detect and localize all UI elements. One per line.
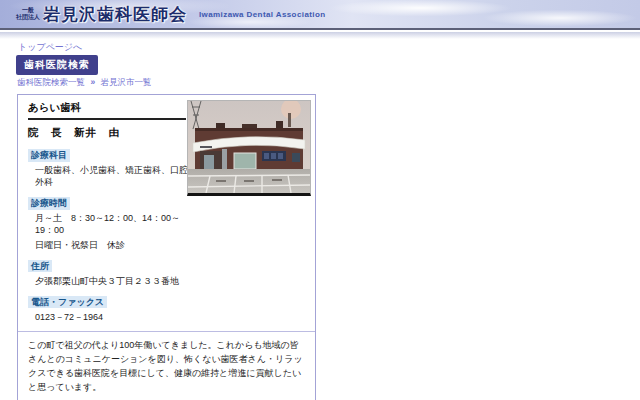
field-label-hours: 診療時間	[28, 197, 70, 210]
field-value-phone: 0123－72－1964	[35, 311, 190, 323]
field-value-hours-weekday: 月～土 8：30～12：00、14：00～19：00	[35, 212, 190, 236]
field-label-address: 住所	[28, 260, 52, 273]
breadcrumb-link-search-list[interactable]: 歯科医院検索一覧	[17, 77, 85, 87]
field-address: 住所 夕張郡栗山町中央３丁目２３３番地	[28, 255, 190, 287]
site-title-english: Iwamizawa Dental Association	[199, 10, 326, 19]
field-hours: 診療時間 月～土 8：30～12：00、14：00～19：00 日曜日・祝祭日 …	[28, 192, 190, 250]
director-label: 院 長	[28, 126, 63, 138]
field-value-address: 夕張郡栗山町中央３丁目２３３番地	[35, 275, 190, 287]
site-header-banner: 一般 社団法人 岩見沢歯科医師会 Iwamizawa Dental Associ…	[0, 0, 640, 30]
field-value-hours-holiday: 日曜日・祝祭日 休診	[35, 239, 190, 251]
clinic-description-section: この町で祖父の代より100年働いてきました。これからも地域の皆さんとのコミュニケ…	[18, 332, 315, 400]
clinic-card: あらい歯科	[17, 94, 316, 400]
field-phone: 電話・ファックス 0123－72－1964	[28, 291, 190, 323]
field-value-specialties: 一般歯科、小児歯科、矯正歯科、口腔外科	[35, 164, 190, 188]
field-specialties: 診療科目 一般歯科、小児歯科、矯正歯科、口腔外科	[28, 144, 190, 188]
clinic-info-section: あらい歯科	[18, 95, 315, 331]
site-title: 岩見沢歯科医師会	[43, 3, 187, 26]
breadcrumb-separator: »	[90, 77, 95, 87]
director-name: 新井 由	[74, 126, 120, 138]
org-type-label: 一般 社団法人	[16, 7, 40, 21]
field-label-specialties: 診療科目	[28, 149, 70, 162]
breadcrumb: 歯科医院検索一覧 » 岩見沢市一覧	[17, 77, 151, 89]
field-label-phone: 電話・ファックス	[28, 296, 107, 309]
top-page-link[interactable]: トップページへ	[18, 41, 82, 54]
clinic-photo-graphic	[188, 101, 310, 193]
page-title: 歯科医院検索	[16, 55, 98, 75]
clinic-photo	[187, 100, 311, 196]
clinic-description: この町で祖父の代より100年働いてきました。これからも地域の皆さんとのコミュニケ…	[28, 339, 305, 395]
clinic-name: あらい歯科	[28, 101, 186, 120]
header-fade-strip	[0, 32, 640, 39]
breadcrumb-link-city-list[interactable]: 岩見沢市一覧	[100, 77, 151, 87]
